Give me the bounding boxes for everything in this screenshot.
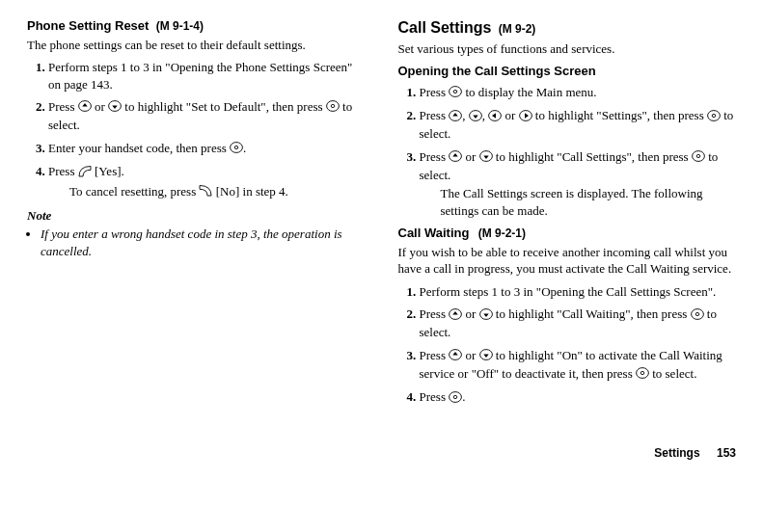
nav-up-icon <box>449 109 462 126</box>
svg-point-5 <box>234 146 238 148</box>
note-title: Note <box>27 207 366 225</box>
right-column: Call Settings (M 9-2) Set various types … <box>398 17 737 412</box>
nav-centre-icon <box>326 99 340 117</box>
list-item: Press to display the Main menu. <box>420 84 737 102</box>
call-settings-heading-row: Call Settings (M 9-2) <box>398 17 737 39</box>
opening-heading: Opening the Call Settings Screen <box>398 63 737 80</box>
svg-point-25 <box>640 371 644 374</box>
nav-down-icon <box>469 109 482 126</box>
svg-point-21 <box>695 312 699 315</box>
opening-steps: Press to display the Main menu. Press , … <box>398 84 737 220</box>
list-item: Perform steps 1 to 3 in "Opening the Cal… <box>420 283 737 301</box>
svg-point-3 <box>331 105 335 108</box>
phone-reset-code: (M 9-1-4) <box>156 19 204 33</box>
nav-up-icon <box>449 307 462 325</box>
nav-down-icon <box>479 307 493 325</box>
opening-after: The Call Settings screen is displayed. T… <box>441 185 737 219</box>
nav-down-icon <box>108 99 122 117</box>
nav-up-icon <box>449 149 462 167</box>
call-waiting-heading: Call Waiting <box>398 226 470 240</box>
nav-centre-icon <box>449 85 462 102</box>
call-waiting-heading-row: Call Waiting (M 9-2-1) <box>398 225 737 242</box>
call-settings-intro: Set various types of functions and servi… <box>398 40 737 58</box>
list-item: Press , , or to highlight "Settings", th… <box>420 107 737 142</box>
call-settings-code: (M 9-2) <box>499 22 536 36</box>
phone-reset-heading: Phone Setting Reset <box>27 18 149 33</box>
call-settings-heading: Call Settings <box>398 19 492 36</box>
list-item: Press or to highlight "Call Settings", t… <box>420 148 737 219</box>
svg-point-27 <box>453 395 457 398</box>
svg-point-7 <box>453 90 457 93</box>
nav-centre-icon <box>230 141 243 158</box>
list-item: Press . <box>420 388 737 407</box>
list-item: Perform steps 1 to 3 in "Opening the Pho… <box>48 59 366 93</box>
svg-point-17 <box>696 154 700 157</box>
nav-up-icon <box>78 99 92 117</box>
page-footer: Settings 153 <box>27 445 736 461</box>
list-item: Press or to highlight "On" to activate t… <box>420 347 737 384</box>
phone-reset-heading-row: Phone Setting Reset (M 9-1-4) <box>27 17 366 35</box>
list-item: Press [Yes]. To cancel resetting, press … <box>48 163 366 201</box>
note-item: If you enter a wrong handset code in ste… <box>41 226 366 259</box>
nav-centre-icon <box>707 109 721 126</box>
list-item: Press or to highlight "Set to Default", … <box>48 98 366 133</box>
phone-reset-steps: Perform steps 1 to 3 in "Opening the Pho… <box>27 59 366 201</box>
call-waiting-code: (M 9-2-1) <box>478 226 526 240</box>
nav-centre-icon <box>449 390 462 408</box>
svg-point-13 <box>712 114 716 117</box>
softkey-left-icon <box>78 165 92 182</box>
nav-down-icon <box>479 348 493 365</box>
nav-up-icon <box>449 348 462 365</box>
list-item: Enter your handset code, then press . <box>48 140 366 158</box>
call-waiting-steps: Perform steps 1 to 3 in "Opening the Cal… <box>398 283 737 407</box>
footer-label: Settings <box>654 446 699 460</box>
nav-right-icon <box>519 109 532 126</box>
nav-centre-icon <box>691 307 704 325</box>
footer-page-number: 153 <box>717 446 736 460</box>
note-list: If you enter a wrong handset code in ste… <box>27 226 366 259</box>
list-item: Press or to highlight "Call Waiting", th… <box>420 306 737 340</box>
nav-centre-icon <box>692 149 705 167</box>
nav-down-icon <box>479 149 493 167</box>
left-column: Phone Setting Reset (M 9-1-4) The phone … <box>27 17 366 412</box>
softkey-right-icon <box>199 184 212 201</box>
nav-left-icon <box>488 109 502 126</box>
phone-reset-substep: To cancel resetting, press [No] in step … <box>69 183 366 201</box>
call-waiting-intro: If you wish to be able to receive anothe… <box>398 244 737 278</box>
phone-reset-intro: The phone settings can be reset to their… <box>27 37 366 54</box>
nav-centre-icon <box>636 366 649 384</box>
